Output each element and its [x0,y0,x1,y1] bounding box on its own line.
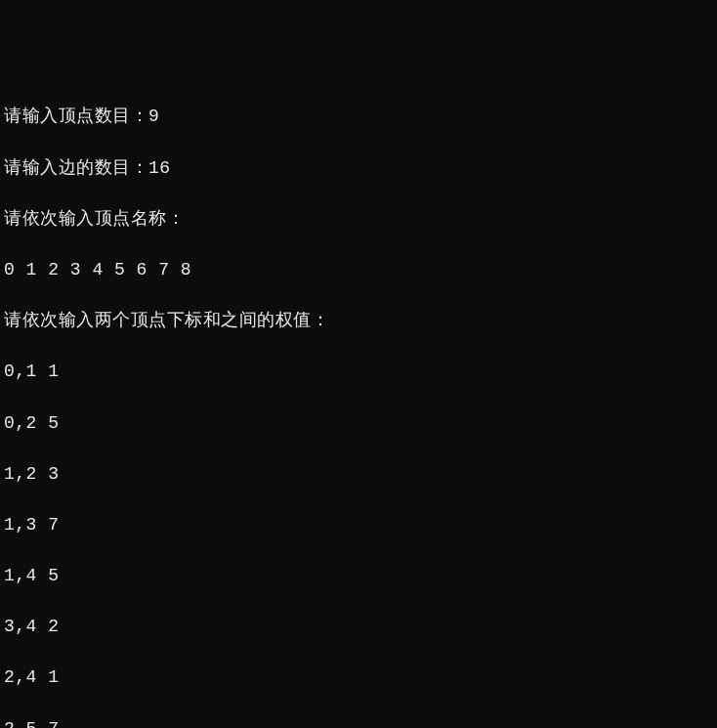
edge-row: 0,2 5 [4,410,713,436]
edge-input-label-line: 请依次输入两个顶点下标和之间的权值： [4,308,713,333]
edge-row: 2,4 1 [4,664,713,690]
edge-row: 0,1 1 [4,359,713,384]
edge-row: 1,4 5 [4,563,713,588]
vertex-count-label: 请输入顶点数目： [4,107,148,126]
vertex-names-value-line: 0 1 2 3 4 5 6 7 8 [4,257,713,282]
edge-row: 2,5 7 [4,716,713,728]
vertex-count-value: 9 [148,107,159,126]
edge-row: 1,3 7 [4,512,713,537]
edge-row: 3,4 2 [4,614,713,639]
edge-count-value: 16 [148,158,171,178]
edge-count-line: 请输入边的数目：16 [4,155,713,181]
vertex-names-label-line: 请依次输入顶点名称： [4,206,713,232]
edge-row: 1,2 3 [4,461,713,487]
vertex-count-line: 请输入顶点数目：9 [4,104,713,129]
edge-count-label: 请输入边的数目： [4,158,148,178]
